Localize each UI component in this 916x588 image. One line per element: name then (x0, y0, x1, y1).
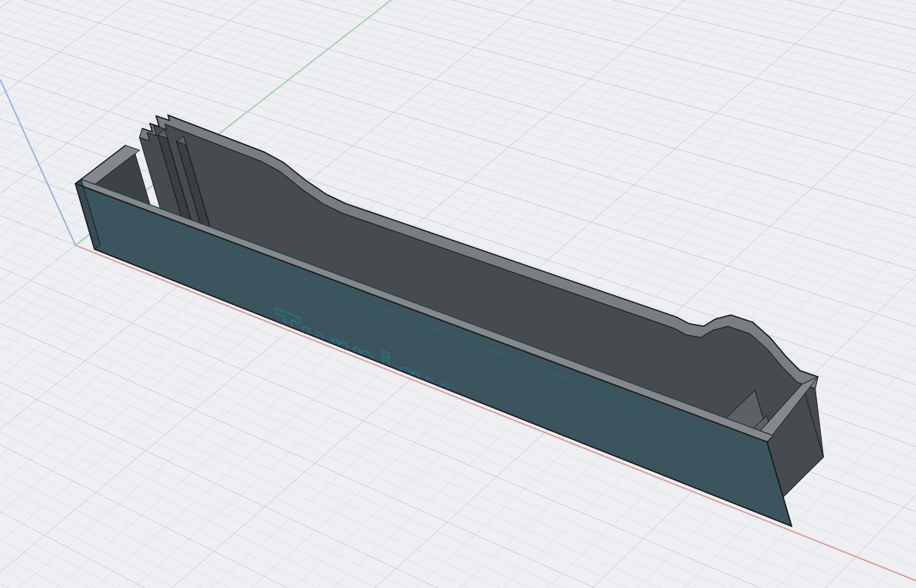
grid-line (242, 0, 916, 112)
grid-line (804, 0, 916, 588)
scene-canvas[interactable]: Turnigy (0, 0, 916, 588)
grid-line (659, 0, 916, 588)
grid-line (220, 0, 916, 172)
floor-front-edge-highlight (95, 184, 760, 431)
grid-line (253, 0, 916, 82)
grid-line (247, 0, 916, 97)
grid-line (225, 0, 916, 157)
grid-line (909, 0, 916, 588)
z-axis-line (0, 79, 76, 245)
grid-line (280, 0, 916, 11)
grid-line (214, 0, 916, 188)
cad-viewport[interactable]: Turnigy (0, 0, 916, 588)
